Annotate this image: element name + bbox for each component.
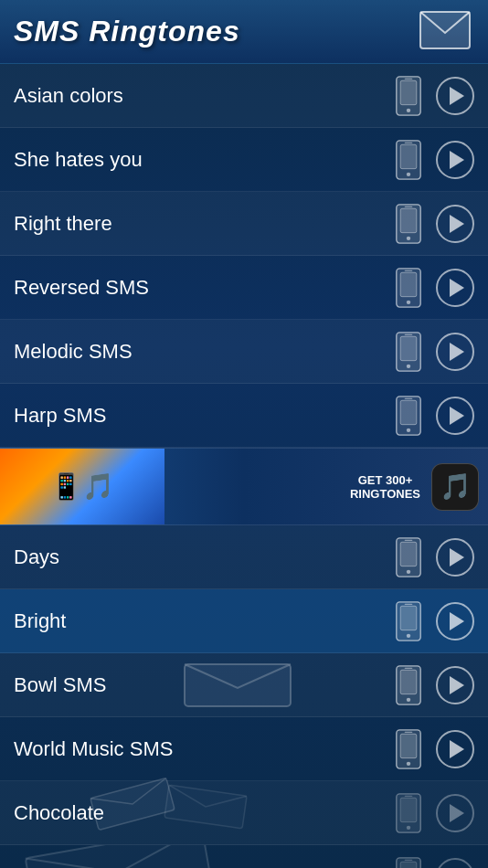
ringtone-item: World Music SMS [0, 717, 488, 781]
ringtone-item: Bowl SMS [0, 653, 488, 717]
item-actions [388, 729, 474, 769]
ringtone-item: Chocolate [0, 781, 488, 845]
app-title: SMS Ringtones [14, 15, 240, 48]
item-actions [388, 537, 474, 577]
ringtone-name: Bowl SMS [14, 673, 388, 697]
svg-point-31 [407, 633, 410, 637]
svg-rect-24 [405, 397, 413, 398]
play-button[interactable] [436, 730, 474, 768]
ringtone-name: Harp SMS [14, 404, 388, 428]
set-ringtone-button[interactable] [388, 76, 429, 116]
set-ringtone-button[interactable] [388, 601, 429, 641]
ringtone-item: Right there [0, 192, 488, 256]
play-icon [450, 740, 464, 758]
svg-point-46 [407, 825, 410, 829]
ringtone-item: Asian colors [0, 64, 488, 128]
play-button[interactable] [436, 141, 474, 179]
item-actions [388, 268, 474, 308]
play-icon [450, 215, 464, 233]
play-button[interactable] [436, 333, 474, 371]
svg-rect-12 [405, 206, 413, 206]
svg-point-11 [407, 236, 410, 239]
ringtone-item: Harp SMS [0, 384, 488, 448]
play-button[interactable] [436, 602, 474, 640]
play-button[interactable] [436, 77, 474, 115]
svg-rect-45 [400, 798, 417, 821]
ad-app-icon[interactable]: 🎵 [431, 463, 479, 511]
svg-rect-52 [405, 859, 413, 860]
svg-rect-32 [405, 603, 413, 604]
svg-rect-6 [400, 144, 417, 168]
play-icon [450, 279, 464, 297]
play-button[interactable] [436, 397, 474, 435]
set-ringtone-button[interactable] [388, 665, 429, 705]
ringtone-name: Bright [14, 609, 388, 633]
ringtone-name: She hates you [14, 148, 388, 172]
set-ringtone-button[interactable] [388, 793, 429, 833]
svg-point-27 [407, 569, 410, 573]
svg-rect-10 [400, 208, 417, 232]
svg-rect-50 [400, 862, 417, 868]
play-icon [450, 151, 464, 169]
set-ringtone-button[interactable] [388, 396, 429, 436]
play-button[interactable] [436, 269, 474, 307]
play-icon [450, 676, 464, 694]
ringtone-item: Days [0, 525, 488, 589]
svg-rect-16 [405, 270, 413, 270]
svg-rect-28 [405, 539, 413, 540]
ad-visual [0, 448, 164, 525]
ringtone-name: Wild and Free [14, 865, 388, 869]
play-button[interactable] [436, 538, 474, 577]
play-icon [450, 343, 464, 361]
item-actions [388, 76, 474, 116]
svg-rect-39 [400, 734, 417, 757]
ad-icon-image: 🎵 [440, 471, 472, 502]
ringtone-item: Melodic SMS [0, 320, 488, 384]
header-envelope-icon [419, 11, 474, 52]
ringtone-name: Right there [14, 212, 388, 236]
set-ringtone-button[interactable] [388, 140, 429, 180]
svg-rect-14 [400, 272, 417, 296]
item-actions [388, 332, 474, 372]
svg-point-3 [407, 108, 410, 111]
svg-point-36 [407, 697, 410, 701]
ringtone-name: Asian colors [14, 84, 388, 108]
svg-rect-35 [400, 670, 417, 693]
svg-rect-20 [405, 333, 413, 334]
ringtone-list: Asian colors She hates you [0, 64, 488, 448]
ringtone-name: Days [14, 545, 388, 569]
svg-rect-4 [405, 78, 413, 79]
set-ringtone-button[interactable] [388, 537, 429, 577]
ringtone-list-2: Days Bright [0, 525, 488, 868]
svg-rect-26 [400, 542, 417, 566]
set-ringtone-button[interactable] [388, 332, 429, 372]
svg-point-23 [407, 428, 410, 431]
item-actions [388, 793, 474, 833]
app-header: SMS Ringtones [0, 0, 488, 64]
svg-rect-22 [400, 400, 417, 424]
svg-point-19 [407, 364, 410, 367]
svg-rect-41 [405, 731, 413, 732]
ad-get-label: GET 300+ [350, 473, 420, 487]
svg-rect-47 [405, 795, 413, 796]
ad-banner[interactable]: GET 300+ RINGTONES 🎵 [0, 448, 488, 525]
play-button[interactable] [436, 205, 474, 243]
set-ringtone-button[interactable] [388, 204, 429, 244]
item-actions [388, 665, 474, 705]
set-ringtone-button[interactable] [388, 729, 429, 769]
svg-rect-18 [400, 336, 417, 360]
ringtone-item: She hates you [0, 128, 488, 192]
item-actions [388, 396, 474, 436]
svg-rect-2 [400, 80, 417, 104]
item-actions [388, 204, 474, 244]
set-ringtone-button[interactable] [388, 857, 429, 869]
ad-ringtones-label: RINGTONES [350, 487, 420, 501]
play-button[interactable] [436, 666, 474, 704]
play-button[interactable] [436, 858, 474, 869]
svg-point-7 [407, 172, 410, 175]
play-icon [450, 612, 464, 630]
set-ringtone-button[interactable] [388, 268, 429, 308]
play-button[interactable] [436, 794, 474, 832]
item-actions [388, 140, 474, 180]
ad-image [0, 448, 164, 525]
